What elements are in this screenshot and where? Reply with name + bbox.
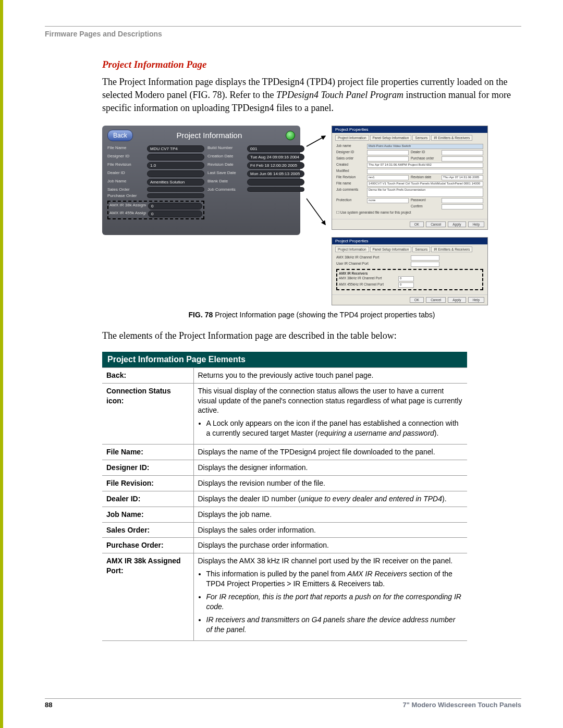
tab-project-information[interactable]: Project Information [335, 135, 369, 141]
jobname-label: Job Name [107, 179, 144, 186]
p2-emit1-v[interactable] [411, 255, 439, 261]
p1-revdate-v: Thu Apr 07 14:31:06 2005 [442, 175, 483, 180]
dialog1-title: Project Properties [332, 126, 487, 133]
p1-po-v[interactable] [442, 156, 483, 162]
project-properties-dialog-2: Project Properties Project Information P… [332, 237, 488, 305]
ir-receivers-highlight: AMX IR Receivers AMX 38kHz IR Channel Po… [336, 269, 483, 290]
p1-pass-l: Password [411, 198, 439, 203]
p1-conf-v[interactable] [442, 204, 483, 209]
create-label: Creation Date [207, 154, 244, 161]
p1-sales-v[interactable] [367, 156, 409, 162]
intro-ital: TPDesign4 Touch Panel Program [276, 90, 403, 100]
p2-emit2-v[interactable] [411, 262, 439, 267]
table-value: Displays the name of the TPDesign4 proje… [193, 445, 467, 460]
p1-po-l: Purchase order [411, 156, 439, 162]
back-button[interactable]: Back [107, 130, 133, 141]
p1-created-l: Created [336, 163, 365, 168]
project-properties-dialog-1: Project Properties Project Information P… [332, 126, 488, 230]
table-value: Displays the sales order information. [193, 522, 467, 538]
p1-deal-l: Dealer ID [411, 150, 439, 155]
table-value: Displays the designer information. [193, 460, 467, 475]
p2-emit1-l: AMX 38kHz IR Channel Port [336, 255, 409, 261]
p1-revdate-l: Revision date [411, 175, 439, 180]
designer-value [147, 154, 204, 161]
purchase-label: Purchase Order [107, 193, 144, 198]
table-value: Displays the purchase order information. [193, 538, 467, 553]
p1-created-v: Thu Apr 07 14:31:06 AMPM Project Build 6… [367, 163, 483, 168]
p1-filename-l: File name [336, 181, 365, 187]
tab2-ir-emitters[interactable]: IR Emitters & Receivers [431, 246, 472, 252]
p2-emit2-l: User IR Channel Port [336, 262, 409, 267]
p1-mod-v [367, 169, 483, 174]
purchase-value [147, 193, 204, 198]
p1-auto[interactable]: ☐ Use system generated file name for thi… [336, 211, 483, 215]
breadcrumb: Firmware Pages and Descriptions [45, 30, 521, 38]
p1-filename-v: 1400CV7.V1 Touch Panel Ctrl Touch Panels… [367, 181, 483, 187]
p2-r2-v[interactable]: 0 [398, 282, 414, 288]
tab-panel-setup[interactable]: Panel Setup Information [370, 135, 412, 141]
table-value: Displays the job name. [193, 507, 467, 522]
doc-title: 7" Modero Widescreen Touch Panels [402, 701, 521, 709]
help-button-2[interactable]: Help [468, 297, 484, 303]
tab2-project-information[interactable]: Project Information [335, 246, 369, 252]
page-number: 88 [45, 701, 52, 709]
callout-arrows-icon [305, 126, 326, 240]
tab-sensors[interactable]: Sensors [412, 135, 430, 141]
p1-jobcom-v[interactable]: Demo file for Touch Prefs Documentation [367, 188, 483, 197]
p1-job-l: Job name [336, 144, 365, 149]
amx38-value: 0 [148, 203, 202, 209]
apply-button-2[interactable]: Apply [448, 297, 466, 303]
cancel-button-2[interactable]: Cancel [426, 297, 446, 303]
project-info-panel: Back Project Information File Name MDU C… [102, 126, 300, 235]
tab2-panel-setup[interactable]: Panel Setup Information [370, 246, 412, 252]
p1-des-v[interactable] [367, 150, 409, 155]
figure-78: Back Project Information File Name MDU C… [102, 126, 521, 305]
save-label: Last Save Date [207, 170, 244, 177]
comm-value [247, 187, 304, 192]
ok-button-2[interactable]: OK [410, 297, 424, 303]
build-value: 001 [247, 145, 304, 152]
p1-deal-v[interactable] [442, 150, 483, 155]
p2-r1-v[interactable]: 0 [398, 276, 414, 281]
table-value: Returns you to the previously active tou… [193, 367, 467, 383]
tab-ir-emitters[interactable]: IR Emitters & Receivers [431, 135, 472, 141]
table-key: File Name: [102, 445, 193, 460]
table-key: AMX IR 38k Assigned Port: [102, 553, 193, 640]
p1-pass-v[interactable] [442, 198, 483, 203]
save-value: Mon Jun 06 14:05:13 2005 [247, 170, 304, 177]
p2-r2-l: AMX 455kHz IR Channel Port [339, 282, 396, 288]
table-key: Purchase Order: [102, 538, 193, 553]
p1-mod-l: Modified [336, 169, 365, 174]
p1-sales-l: Sales order [336, 156, 365, 162]
cancel-button[interactable]: Cancel [426, 221, 446, 227]
help-button[interactable]: Help [468, 221, 484, 227]
sales-value [147, 187, 204, 192]
p1-prot-v[interactable]: none [367, 198, 409, 203]
blank-label: Blank Date [207, 179, 244, 186]
ir-ports-highlight: AMX IR 38k Assigned Port 0 AMX IR 455k A… [107, 201, 204, 219]
dealer-label: Dealer ID [107, 170, 144, 177]
p1-filerev-v[interactable]: rev1 [367, 175, 409, 180]
rev-value: Fri Feb 18 12:00:20 2005 [247, 162, 304, 169]
fig-text: Project Information page (showing the TP… [213, 311, 435, 319]
filerev-value: 1.0 [147, 162, 204, 169]
tab2-sensors[interactable]: Sensors [412, 246, 430, 252]
table-value: Displays the revision number of the file… [193, 475, 467, 491]
figure-caption: FIG. 78 Project Information page (showin… [102, 311, 521, 319]
amx38-label: AMX IR 38k Assigned Port [109, 203, 146, 209]
amx455-label: AMX IR 455k Assigned Port [109, 211, 146, 217]
table-value: This visual display of the connection st… [193, 383, 467, 444]
table-value: Displays the dealer ID number (unique to… [193, 491, 467, 507]
build-label: Build Number [207, 145, 244, 152]
blank-value [247, 179, 304, 186]
ok-button[interactable]: OK [410, 221, 424, 227]
fig-label: FIG. 78 [189, 311, 213, 319]
table-key: Job Name: [102, 507, 193, 522]
comm-label: Job Comments [207, 187, 244, 192]
intro-paragraph: The Project Information page displays th… [102, 76, 521, 115]
p1-job-v[interactable]: Multi-Point Audio Video Switch [367, 144, 483, 149]
p2-rcv-l: AMX IR Receivers [339, 272, 481, 275]
apply-button[interactable]: Apply [448, 221, 466, 227]
jobname-value: Amenities Solution [147, 179, 204, 186]
p1-conf-l: Confirm [411, 204, 439, 209]
